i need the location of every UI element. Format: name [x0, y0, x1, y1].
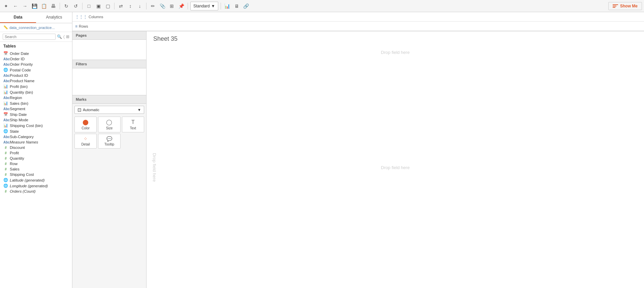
marks-type-dropdown[interactable]: ⊡ Automatic ▼ — [74, 106, 144, 114]
field-item[interactable]: 🌐Longitude (generated) — [0, 183, 72, 189]
pen-icon[interactable]: ✏ — [149, 2, 157, 10]
screen-icon[interactable]: 🖥 — [233, 2, 241, 10]
pages-area[interactable] — [72, 40, 146, 60]
field-item[interactable]: 📊Quantity (bin) — [0, 89, 72, 95]
canvas-body[interactable]: Drop field here Drop field here Drop fie… — [147, 46, 644, 288]
sep3 — [114, 3, 115, 9]
field-item[interactable]: 🌐State — [0, 128, 72, 134]
show-me-button[interactable]: Show Me — [608, 2, 642, 10]
tooltip-button[interactable]: 💬 Tooltip — [98, 134, 120, 149]
field-list: 📅Order DateAbcOrder IDAbcOrder Priority🌐… — [0, 51, 72, 288]
rows-icon: ≡ — [75, 24, 77, 29]
sort-asc-icon[interactable]: ↕ — [126, 2, 134, 10]
field-item[interactable]: AbcOrder ID — [0, 56, 72, 62]
layout-icon[interactable]: ⊞ — [168, 2, 176, 10]
field-item[interactable]: 🌐Latitude (generated) — [0, 177, 72, 183]
sort-desc-icon[interactable]: ↓ — [136, 2, 144, 10]
field-type-icon: 🌐 — [3, 178, 8, 182]
field-item[interactable]: AbcRegion — [0, 95, 72, 100]
field-item[interactable]: AbcMeasure Names — [0, 139, 72, 145]
grid-icon[interactable]: ⊞ — [66, 34, 69, 39]
database-icon: 📏 — [3, 25, 8, 30]
field-type-icon: # — [3, 173, 8, 177]
color-label: Color — [82, 126, 90, 130]
field-item[interactable]: AbcSub-Category — [0, 134, 72, 139]
field-type-icon: Abc — [3, 135, 8, 139]
search-icon[interactable]: 🔍 — [57, 34, 62, 39]
redo-icon[interactable]: ↺ — [72, 2, 80, 10]
show-me-icon — [613, 4, 618, 8]
field-name-label: State — [10, 129, 19, 133]
field-item[interactable]: AbcShip Mode — [0, 117, 72, 123]
field-item[interactable]: #Shipping Cost — [0, 172, 72, 177]
pin-icon[interactable]: 📌 — [177, 2, 185, 10]
tab-analytics[interactable]: Analytics — [36, 12, 72, 23]
search-input[interactable] — [3, 34, 56, 40]
field-type-icon: Abc — [3, 140, 8, 144]
field-name-label: Ship Mode — [10, 118, 28, 122]
new-sheet-icon[interactable]: □ — [85, 2, 93, 10]
field-name-label: Measure Names — [10, 140, 38, 144]
size-button[interactable]: ◯ Size — [98, 117, 120, 132]
field-name-label: Order Priority — [10, 62, 33, 66]
filter-icon[interactable]: 〈 — [63, 34, 65, 39]
undo-icon[interactable]: ↻ — [62, 2, 70, 10]
field-item[interactable]: #Discount — [0, 145, 72, 150]
swap-icon[interactable]: ⇄ — [117, 2, 125, 10]
field-item[interactable]: AbcSegment — [0, 106, 72, 111]
share-icon[interactable]: 🔗 — [242, 2, 250, 10]
tab-data[interactable]: Data — [0, 12, 36, 23]
field-item[interactable]: AbcProduct Name — [0, 78, 72, 84]
field-type-icon: # — [3, 190, 8, 193]
field-type-icon: 🌐 — [3, 129, 8, 133]
view-dropdown[interactable]: Standard ▼ — [190, 2, 218, 10]
marks-chevron: ▼ — [137, 108, 141, 112]
field-item[interactable]: 📊Shipping Cost (bin) — [0, 123, 72, 128]
columns-drop-area[interactable] — [105, 13, 641, 21]
field-name-label: Segment — [10, 107, 25, 111]
field-item[interactable]: #Profit — [0, 150, 72, 156]
field-type-icon: 📅 — [3, 51, 8, 56]
chart-icon[interactable]: 📊 — [223, 2, 231, 10]
canvas-area[interactable]: Sheet 35 Drop field here Drop field here… — [147, 31, 644, 288]
field-item[interactable]: AbcProduct ID — [0, 73, 72, 78]
rows-drop-area[interactable] — [101, 22, 641, 30]
field-name-label: Row — [10, 162, 18, 166]
field-item[interactable]: 📅Ship Date — [0, 111, 72, 117]
center-area: ⋮⋮⋮ Columns ≡ Rows Pages Filters — [72, 12, 644, 288]
field-type-icon: Abc — [3, 79, 8, 83]
data-source-name[interactable]: data_connection_practice... — [9, 26, 55, 30]
text-button[interactable]: T Text — [122, 117, 144, 132]
field-type-icon: 🌐 — [3, 68, 8, 72]
annotation-icon[interactable]: 📎 — [158, 2, 166, 10]
detail-button[interactable]: ⁘ Detail — [74, 134, 97, 149]
field-type-icon: 📅 — [3, 112, 8, 117]
sidebar: Data Analytics 📏 data_connection_practic… — [0, 12, 72, 288]
print-icon[interactable]: 🖶 — [49, 2, 57, 10]
field-item[interactable]: #Sales — [0, 166, 72, 172]
back-icon[interactable]: ← — [11, 2, 20, 10]
save-icon[interactable]: 💾 — [30, 2, 38, 10]
field-item[interactable]: AbcOrder Priority — [0, 62, 72, 67]
present-icon[interactable]: ▢ — [104, 2, 112, 10]
field-name-label: Sub-Category — [10, 135, 34, 139]
field-item[interactable]: #Quantity — [0, 156, 72, 161]
field-name-label: Sales — [10, 167, 20, 171]
field-item[interactable]: 📅Order Date — [0, 51, 72, 56]
color-button[interactable]: ⬤ Color — [74, 117, 97, 132]
field-item[interactable]: 📊Profit (bin) — [0, 84, 72, 89]
field-name-label: Quantity (bin) — [10, 90, 33, 94]
forward-icon[interactable]: → — [21, 2, 29, 10]
field-item[interactable]: #Orders (Count) — [0, 189, 72, 194]
field-type-icon: 📊 — [3, 84, 8, 89]
field-item[interactable]: 🌐Postal Code — [0, 67, 72, 73]
color-icon: ⬤ — [83, 119, 89, 125]
field-item[interactable]: 📊Sales (bin) — [0, 100, 72, 106]
home-icon[interactable]: ✦ — [2, 2, 10, 10]
filters-area[interactable] — [72, 68, 146, 95]
save-as-icon[interactable]: 📋 — [40, 2, 48, 10]
field-type-icon: 📊 — [3, 123, 8, 128]
duplicate-icon[interactable]: ▣ — [94, 2, 102, 10]
text-label: Text — [130, 126, 136, 130]
field-item[interactable]: #Row — [0, 161, 72, 166]
